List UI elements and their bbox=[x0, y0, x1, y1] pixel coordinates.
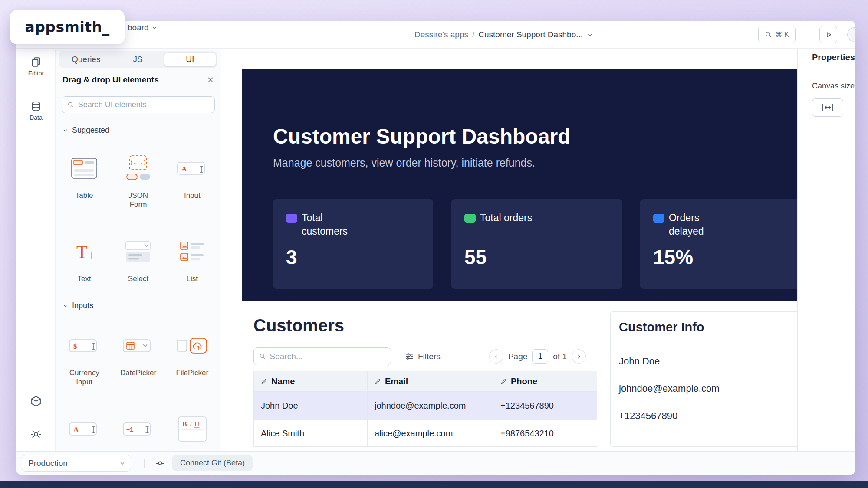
section-inputs-toggle[interactable]: Inputs bbox=[62, 300, 214, 311]
libraries-button[interactable] bbox=[16, 395, 56, 407]
git-commit-icon bbox=[155, 458, 165, 468]
svg-text:I: I bbox=[189, 420, 192, 428]
customer-info-card[interactable]: Customer Info John Doe johndoe@example.c… bbox=[610, 311, 797, 447]
cell-email: alice@example.com bbox=[367, 420, 493, 446]
svg-text:A: A bbox=[73, 426, 79, 434]
rich-text-widget-icon: BIU bbox=[178, 406, 207, 451]
section-title: Suggested bbox=[72, 126, 109, 135]
widget-card-input-2[interactable]: A Input bbox=[57, 406, 111, 451]
input-widget-icon: A bbox=[177, 146, 207, 191]
resize-width-icon bbox=[822, 103, 833, 112]
hero-title: Customer Support Dashboard bbox=[273, 124, 570, 149]
chevron-down-icon bbox=[151, 25, 158, 31]
svg-text:T: T bbox=[76, 242, 88, 262]
next-page-button[interactable] bbox=[572, 349, 586, 364]
column-header-name[interactable]: Name bbox=[254, 371, 367, 391]
search-icon bbox=[765, 31, 772, 38]
phone-input-widget-icon: +1 bbox=[123, 406, 153, 451]
stat-chip-purple bbox=[286, 214, 297, 223]
widget-card-filepicker[interactable]: FilePicker bbox=[165, 323, 219, 386]
tab-ui[interactable]: UI bbox=[164, 52, 216, 66]
tab-queries[interactable]: Queries bbox=[60, 52, 112, 66]
column-header-email[interactable]: Email bbox=[367, 371, 493, 391]
widget-card-select[interactable]: Select bbox=[111, 229, 165, 283]
svg-text:A: A bbox=[181, 165, 187, 173]
widget-card-list[interactable]: List bbox=[165, 229, 219, 283]
canvas-size-label: Canvas size bbox=[812, 82, 855, 91]
divider bbox=[144, 459, 145, 468]
widget-label: Input bbox=[184, 191, 201, 200]
editor-segment-tabs: Queries JS UI bbox=[59, 51, 217, 68]
breadcrumb-separator: / bbox=[472, 30, 474, 39]
tab-label: JS bbox=[133, 55, 142, 64]
close-icon[interactable] bbox=[207, 76, 214, 83]
workspace-link[interactable]: Dessire's apps bbox=[414, 30, 468, 39]
hero-container[interactable]: Customer Support Dashboard Manage custom… bbox=[242, 69, 797, 301]
panel-title: Drag & drop UI elements bbox=[62, 75, 159, 85]
widget-search-input[interactable] bbox=[78, 100, 209, 109]
app-name-dropdown[interactable]: board bbox=[128, 22, 158, 34]
sidebar-item-editor[interactable]: Editor bbox=[16, 56, 56, 77]
widget-label: Text bbox=[78, 274, 91, 283]
table-search[interactable] bbox=[253, 347, 391, 365]
select-widget-icon bbox=[125, 229, 151, 274]
svg-text:(···): (···) bbox=[130, 160, 147, 166]
sidebar-item-data[interactable]: Data bbox=[16, 101, 56, 121]
datepicker-widget-icon bbox=[123, 323, 153, 368]
column-header-phone[interactable]: Phone bbox=[493, 371, 597, 391]
table-search-input[interactable] bbox=[270, 352, 385, 361]
widget-card-table[interactable]: Table bbox=[57, 146, 111, 209]
settings-button[interactable] bbox=[16, 428, 56, 440]
stat-value: 55 bbox=[464, 245, 487, 269]
preview-run-button[interactable] bbox=[819, 26, 837, 43]
chevron-down-icon[interactable] bbox=[587, 32, 593, 38]
stat-card-total-orders[interactable]: Total orders 55 bbox=[451, 199, 622, 289]
cell-name: Alice Smith bbox=[254, 420, 367, 446]
prev-page-button[interactable] bbox=[489, 349, 503, 364]
widget-card-currency-input[interactable]: $ Currency Input bbox=[57, 323, 111, 386]
customers-title: Customers bbox=[253, 314, 344, 337]
table-pagination: Page of 1 bbox=[482, 347, 586, 365]
stat-chip-green bbox=[464, 214, 476, 223]
column-label: Name bbox=[271, 377, 295, 386]
chevron-down-icon bbox=[119, 460, 125, 466]
widget-search[interactable] bbox=[62, 96, 215, 113]
filters-icon bbox=[405, 352, 414, 360]
connect-git-button[interactable]: Connect Git (Beta) bbox=[172, 455, 253, 471]
page-number-input[interactable] bbox=[532, 349, 548, 364]
environment-select[interactable]: Production bbox=[22, 455, 131, 472]
customers-table: Name Email Phone John Doe johndoe@exampl… bbox=[253, 371, 597, 447]
left-rail: Editor Data bbox=[16, 49, 56, 451]
widget-card-input[interactable]: A Input bbox=[165, 146, 219, 209]
widget-label: DatePicker bbox=[120, 368, 156, 377]
widget-card-phone-input[interactable]: +1 Phone Input bbox=[111, 406, 165, 451]
stat-card-total-customers[interactable]: Total customers 3 bbox=[273, 199, 433, 289]
cell-name: John Doe bbox=[254, 392, 367, 420]
gear-icon bbox=[30, 428, 42, 440]
table-row[interactable]: John Doe johndoe@example.com +1234567890 bbox=[254, 391, 597, 420]
chevron-down-icon bbox=[62, 128, 68, 133]
widget-card-text[interactable]: T Text bbox=[57, 229, 111, 283]
table-row[interactable]: Alice Smith alice@example.com +987654321… bbox=[254, 420, 597, 446]
filters-button[interactable]: Filters bbox=[405, 347, 441, 365]
svg-text:$: $ bbox=[73, 342, 77, 350]
avatar[interactable] bbox=[847, 27, 855, 42]
sidebar-item-label: Data bbox=[30, 114, 43, 121]
app-title[interactable]: Customer Support Dashbo... bbox=[478, 30, 583, 39]
hero-subtitle: Manage customers, view order history, in… bbox=[273, 156, 535, 170]
section-suggested-toggle[interactable]: Suggested bbox=[62, 124, 214, 136]
appsmith-window: board Dessire's apps / Customer Support … bbox=[16, 21, 855, 475]
bottom-bar: Production Connect Git (Beta) bbox=[16, 451, 855, 475]
properties-title: Properties bbox=[812, 52, 855, 62]
widget-label: Table bbox=[76, 191, 93, 200]
tab-js[interactable]: JS bbox=[112, 52, 163, 66]
canvas-resize-button[interactable] bbox=[812, 98, 843, 117]
omnibar-search[interactable]: ⌘ K bbox=[758, 26, 796, 43]
widget-card-json-form[interactable]: (···) JSON Form bbox=[111, 146, 165, 209]
editor-pages-icon bbox=[30, 56, 42, 68]
stat-card-orders-delayed[interactable]: Orders delayed 15% bbox=[640, 199, 797, 289]
widget-card-datepicker[interactable]: DatePicker bbox=[111, 323, 165, 386]
appsmith-logo-card: appsmith_ bbox=[10, 10, 125, 44]
widget-card-rich-text[interactable]: BIU Rich Text Editor bbox=[165, 406, 219, 451]
properties-panel: Properties Canvas size bbox=[797, 49, 855, 451]
